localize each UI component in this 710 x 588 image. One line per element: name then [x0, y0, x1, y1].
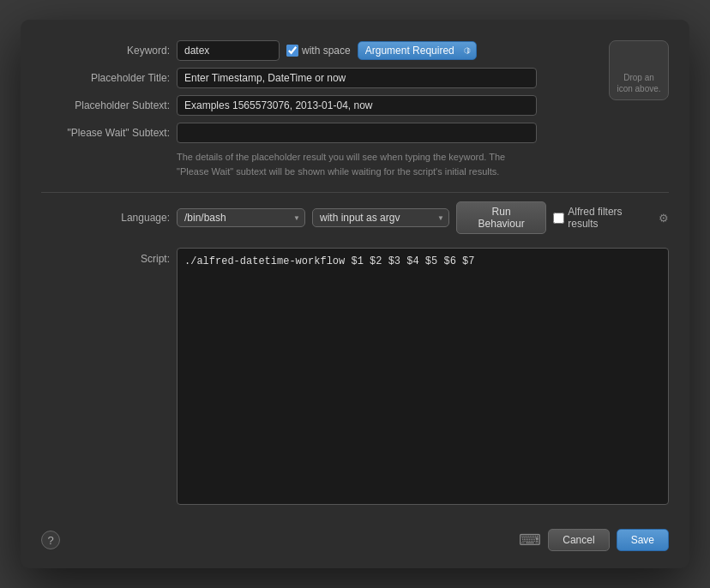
keyboard-icon: ⌨	[519, 531, 541, 549]
script-label: Script:	[41, 248, 170, 505]
argument-dropdown-wrapper: Argument Required Argument Optional No A…	[358, 41, 477, 60]
language-dropdown[interactable]: /bin/bash /bin/zsh /usr/bin/python /usr/…	[177, 208, 305, 227]
language-label: Language:	[41, 212, 170, 224]
keyword-label: Keyword:	[41, 45, 170, 57]
bottom-buttons: ⌨ Cancel Save	[519, 529, 669, 551]
placeholder-title-input[interactable]	[177, 68, 537, 88]
language-dropdown-wrapper: /bin/bash /bin/zsh /usr/bin/python /usr/…	[177, 208, 305, 227]
please-wait-input[interactable]	[177, 123, 537, 143]
placeholder-subtext-label: Placeholder Subtext:	[41, 99, 170, 111]
dialog: Keyword: with space Argument Required Ar…	[21, 20, 689, 568]
cancel-button[interactable]: Cancel	[548, 529, 609, 551]
with-space-label[interactable]: with space	[286, 45, 351, 57]
with-space-checkbox[interactable]	[286, 45, 298, 57]
script-editor[interactable]: ./alfred-datetime-workflow $1 $2 $3 $4 $…	[177, 248, 669, 505]
input-mode-dropdown[interactable]: with input as argv with input as {query}	[312, 208, 449, 227]
bottom-bar: ? ⌨ Cancel Save	[41, 519, 669, 551]
help-button[interactable]: ?	[41, 531, 60, 549]
keyword-input[interactable]	[177, 40, 280, 61]
alfred-filters-checkbox[interactable]	[553, 213, 564, 224]
placeholder-title-label: Placeholder Title:	[41, 72, 170, 84]
icon-drop-area[interactable]: Drop anicon above.	[609, 40, 669, 100]
alfred-filters-row: Alfred filters results ⚙	[553, 206, 669, 230]
placeholder-subtext-input[interactable]	[177, 95, 537, 116]
icon-drop-label: Drop anicon above.	[617, 72, 660, 94]
argument-dropdown[interactable]: Argument Required Argument Optional No A…	[358, 41, 477, 60]
alfred-filters-label: Alfred filters results	[568, 206, 655, 230]
run-behaviour-button[interactable]: Run Behaviour	[456, 201, 546, 234]
help-text: The details of the placeholder result yo…	[177, 150, 537, 178]
save-button[interactable]: Save	[617, 529, 669, 551]
gear-icon[interactable]: ⚙	[659, 212, 669, 225]
input-mode-dropdown-wrapper: with input as argv with input as {query}	[312, 208, 449, 227]
divider	[41, 192, 669, 193]
please-wait-label: "Please Wait" Subtext:	[41, 127, 170, 139]
